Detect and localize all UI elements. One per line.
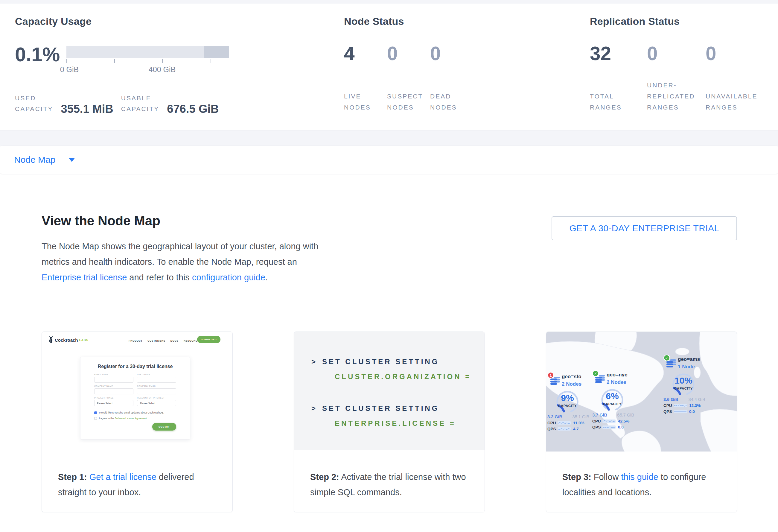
cpu-sparkline [603, 420, 616, 423]
registration-page-preview-image: Cockroach LABS PRODUCT CUSTOMERS DOCS RE… [42, 332, 232, 443]
alert-badge-icon: 1 [547, 372, 554, 379]
sql-prompt: > [311, 358, 317, 366]
intro-text: . [265, 273, 268, 282]
capacity-bar-chart: 0 GiB 400 GiB [66, 46, 229, 74]
brand-suffix: LABS [79, 338, 88, 342]
total-ranges-stat: 32 TOTAL RANGES [590, 43, 647, 113]
get-trial-license-link[interactable]: Get a trial license [89, 472, 156, 482]
cpu-row: CPU 12.3% [664, 403, 715, 408]
map-node-nyc: ✓ geo=nyc 2 Nodes 6% [594, 372, 644, 429]
intro-paragraph: The Node Map shows the geographical layo… [42, 238, 324, 285]
live-nodes-stat: 4 LIVE NODES [344, 43, 387, 113]
cpu-sparkline [674, 404, 687, 407]
suspect-nodes-stat: 0 SUSPECT NODES [387, 43, 430, 113]
checkbox-checked-icon [94, 411, 97, 414]
map-node-ams: ✓ geo=ams 1 Node 10% [665, 356, 715, 414]
suspect-nodes-value: 0 [387, 43, 430, 64]
mini-field-reason-for-interest: REASON FOR INTEREST Please Select [137, 397, 176, 406]
step3-label: Step 3: [562, 472, 591, 482]
step1-card: Cockroach LABS PRODUCT CUSTOMERS DOCS RE… [42, 331, 233, 512]
this-guide-link[interactable]: this guide [621, 472, 658, 482]
replication-status-section: Replication Status 32 TOTAL RANGES 0 UND… [590, 15, 764, 113]
cpu-sparkline [557, 421, 571, 425]
axis-tick [162, 59, 163, 63]
configuration-guide-link[interactable]: configuration guide [192, 273, 265, 282]
checkbox-unchecked-icon [94, 417, 97, 420]
node-map-dropdown[interactable]: Node Map [0, 146, 778, 174]
mini-select: Please Select [137, 400, 176, 406]
capacity-total: 65.7 GiB [617, 412, 634, 417]
sql-setting-name: ENTERPRISE.LICENSE = [335, 419, 484, 428]
qps-sparkline [557, 427, 571, 431]
cockroach-labs-logo: Cockroach LABS [49, 336, 88, 344]
unavailable-ranges-value: 0 [706, 43, 764, 64]
get-enterprise-trial-button[interactable]: GET A 30-DAY ENTERPRISE TRIAL [552, 216, 737, 240]
chevron-down-icon[interactable] [69, 158, 75, 162]
capacity-percent: 10% [667, 376, 700, 386]
step1-caption: Step 1: Get a trial license delivered st… [58, 469, 223, 500]
capacity-usage-title: Capacity Usage [15, 15, 229, 27]
axis-tick-label: 0 GiB [60, 65, 79, 74]
step3-caption: Step 3: Follow this guide to configure l… [562, 469, 728, 500]
mini-registration-form: Register for a 30-day trial license FIRS… [80, 357, 190, 440]
capacity-total: 35.1 GiB [572, 414, 589, 419]
mini-field-first-name: FIRST NAME [94, 373, 134, 383]
step3-card: 1 geo=sfo 2 Nodes 9% [546, 331, 737, 512]
used-capacity-value: 355.1 MiB [61, 103, 113, 116]
capacity-caption: CAPACITY [667, 387, 700, 390]
sql-command: SET CLUSTER SETTING [322, 358, 439, 366]
capacity-percent: 9% [551, 393, 584, 403]
mini-field-company-email: COMPANY EMAIL [137, 385, 176, 394]
capacity-total: 34.4 GiB [689, 397, 705, 402]
qps-value: 4.7 [573, 427, 579, 431]
live-nodes-label: LIVE NODES [344, 91, 387, 113]
capacity-used-percent: 0.1% [15, 44, 66, 65]
locality-name: geo=nyc [607, 372, 644, 378]
mini-input [137, 388, 176, 394]
capacity-caption: CAPACITY [551, 404, 584, 407]
qps-sparkline [603, 426, 616, 429]
suspect-nodes-label: SUSPECT NODES [387, 91, 430, 113]
used-capacity-stat: USED CAPACITY 355.1 MiB [15, 93, 113, 114]
mini-field-last-name: LAST NAME [137, 373, 176, 383]
step1-label: Step 1: [58, 472, 87, 482]
node-map-preview-image: 1 geo=sfo 2 Nodes 9% [546, 332, 737, 452]
intro-text: The Node Map shows the geographical layo… [42, 241, 318, 267]
capacity-used: 3.7 GiB [592, 412, 607, 417]
total-ranges-value: 32 [590, 43, 647, 64]
total-ranges-label: TOTAL RANGES [590, 91, 647, 113]
healthy-badge-icon: ✓ [592, 370, 599, 377]
axis-tick [66, 59, 67, 63]
enterprise-trial-license-link[interactable]: Enterprise trial license [42, 273, 127, 282]
node-map-dropdown-label[interactable]: Node Map [14, 155, 55, 165]
intro-text: and refer to this [127, 273, 192, 282]
qps-value: 0.0 [689, 409, 695, 414]
live-nodes-value: 4 [344, 43, 387, 64]
sql-commands-preview: >SET CLUSTER SETTING CLUSTER.ORGANIZATIO… [294, 332, 484, 450]
mini-select: Please Select [94, 400, 134, 406]
usable-capacity-label: USABLE CAPACITY [121, 93, 159, 114]
mini-checkbox-email-updates: I would like to receive email updates ab… [94, 411, 176, 414]
replication-status-title: Replication Status [590, 15, 764, 27]
page-top-margin [0, 0, 778, 4]
capacity-bar [66, 46, 229, 58]
capacity-axis-ticks [66, 59, 229, 64]
mini-license-agreement-link: Software License Agreement. [114, 417, 148, 420]
qps-sparkline [674, 410, 687, 413]
sql-command: SET CLUSTER SETTING [322, 404, 439, 412]
node-status-title: Node Status [344, 15, 473, 27]
page-title: View the Node Map [42, 213, 324, 228]
capacity-percent: 6% [596, 391, 629, 401]
cockroach-icon [49, 336, 53, 344]
node-status-section: Node Status 4 LIVE NODES 0 SUSPECT NODES… [344, 15, 473, 113]
under-replicated-ranges-stat: 0 UNDER- REPLICATED RANGES [647, 43, 706, 113]
mini-field-company-name: COMPANY NAME [94, 385, 134, 394]
map-node-sfo: 1 geo=sfo 2 Nodes 9% [549, 374, 600, 431]
under-replicated-ranges-label: UNDER- REPLICATED RANGES [647, 80, 706, 113]
step2-label: Step 2: [310, 472, 339, 482]
sql-setting-name: CLUSTER.ORGANIZATION = [335, 373, 484, 381]
mini-input [137, 377, 176, 383]
mini-submit-button: SUBMIT [152, 423, 176, 431]
mini-nav-item: DOCS [170, 339, 178, 342]
axis-tick [114, 59, 115, 63]
